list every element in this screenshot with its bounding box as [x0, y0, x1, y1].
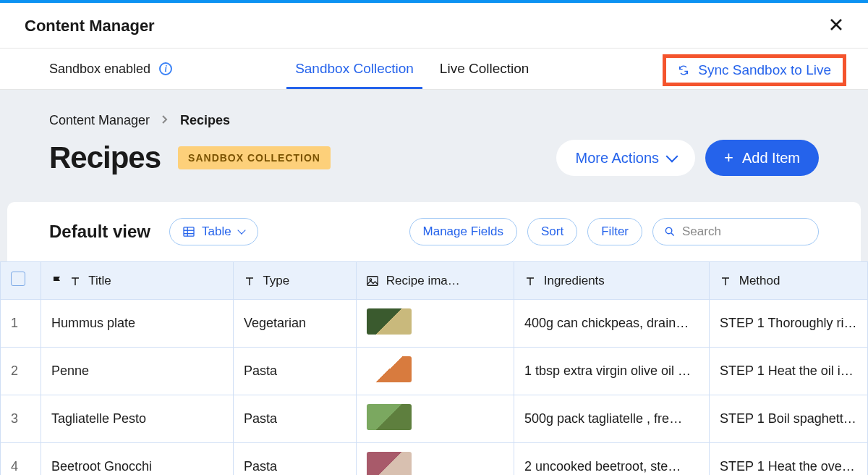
cell-method[interactable]: STEP 1 Boil spaghetti in a: [710, 395, 868, 443]
cell-type[interactable]: Pasta: [234, 348, 357, 395]
column-header-type[interactable]: Type: [234, 262, 357, 300]
view-title: Default view: [49, 222, 150, 242]
header-bar: Content Manager: [0, 3, 868, 49]
more-actions-button[interactable]: More Actions: [556, 140, 695, 176]
sandbox-status-label: Sandbox enabled: [49, 62, 150, 77]
cell-method[interactable]: STEP 1 Heat the oven to: [710, 443, 868, 476]
column-label: Recipe ima…: [386, 274, 460, 287]
cell-title[interactable]: Hummus plate: [41, 300, 234, 348]
cell-image[interactable]: [357, 443, 514, 476]
sandbox-badge: SANDBOX COLLECTION: [178, 146, 331, 169]
thumbnail: [367, 308, 412, 335]
sync-highlight: Sync Sandbox to Live: [663, 54, 846, 86]
column-label: Method: [739, 274, 780, 287]
cell-ingredients[interactable]: 500g pack tagliatelle , fre…: [514, 395, 710, 443]
sync-label: Sync Sandbox to Live: [698, 62, 831, 78]
page-title: Recipes: [49, 140, 161, 175]
table-row[interactable]: 3 Tagliatelle Pesto Pasta 500g pack tagl…: [1, 395, 868, 443]
thumbnail: [367, 452, 412, 475]
manage-fields-button[interactable]: Manage Fields: [409, 218, 518, 245]
view-type-label: Table: [202, 224, 231, 239]
text-icon: [524, 275, 536, 287]
breadcrumb-item[interactable]: Content Manager: [49, 113, 150, 128]
tabs: Sandbox Collection Live Collection: [295, 49, 529, 88]
tab-sandbox-collection[interactable]: Sandbox Collection: [295, 49, 414, 88]
select-all-header[interactable]: [1, 262, 41, 300]
column-label: Ingredients: [544, 274, 605, 287]
flag-icon: [51, 275, 63, 287]
cell-ingredients[interactable]: 400g can chickpeas, drain…: [514, 300, 710, 348]
cell-title[interactable]: Tagliatelle Pesto: [41, 395, 234, 443]
cell-type[interactable]: Vegetarian: [234, 300, 357, 348]
sort-button[interactable]: Sort: [527, 218, 577, 245]
svg-line-5: [671, 233, 674, 236]
view-panel: Default view Table Manage Fields Sort Fi…: [7, 202, 861, 261]
text-icon: [69, 275, 81, 287]
cell-title[interactable]: Beetroot Gnocchi: [41, 443, 234, 476]
plus-icon: +: [724, 148, 733, 167]
sync-icon: [678, 64, 689, 76]
cell-ingredients[interactable]: 1 tbsp extra virgin olive oil …: [514, 348, 710, 395]
svg-point-4: [665, 227, 671, 233]
cell-method[interactable]: STEP 1 Heat the oil in a f: [710, 348, 868, 395]
add-item-button[interactable]: + Add Item: [705, 140, 819, 176]
cell-type[interactable]: Pasta: [234, 395, 357, 443]
column-header-method[interactable]: Method: [710, 262, 868, 300]
row-number: 1: [1, 300, 41, 348]
table-row[interactable]: 1 Hummus plate Vegetarian 400g can chick…: [1, 300, 868, 348]
info-icon[interactable]: i: [159, 62, 172, 75]
cell-title[interactable]: Penne: [41, 348, 234, 395]
svg-rect-6: [367, 277, 378, 285]
image-icon: [367, 275, 378, 287]
page-body: Content Manager Recipes Recipes SANDBOX …: [0, 90, 868, 475]
chevron-down-icon: [237, 226, 245, 234]
table-row[interactable]: 4 Beetroot Gnocchi Pasta 2 uncooked beet…: [1, 443, 868, 476]
add-item-label: Add Item: [742, 150, 800, 167]
row-number: 3: [1, 395, 41, 443]
sandbox-status: Sandbox enabled i: [49, 62, 172, 77]
more-actions-label: More Actions: [575, 150, 659, 167]
thumbnail: [367, 404, 412, 430]
chevron-down-icon: [666, 151, 678, 163]
column-label: Title: [88, 274, 111, 287]
cell-image[interactable]: [357, 348, 514, 395]
chevron-right-icon: [161, 113, 169, 128]
search-box[interactable]: [652, 218, 819, 245]
column-header-ingredients[interactable]: Ingredients: [514, 262, 710, 300]
row-number: 2: [1, 348, 41, 395]
filter-button[interactable]: Filter: [587, 218, 642, 245]
table-row[interactable]: 2 Penne Pasta 1 tbsp extra virgin olive …: [1, 348, 868, 395]
column-header-image[interactable]: Recipe ima…: [357, 262, 514, 300]
row-number: 4: [1, 443, 41, 476]
breadcrumb: Content Manager Recipes: [0, 113, 868, 128]
cell-method[interactable]: STEP 1 Thoroughly rinse: [710, 300, 868, 348]
thumbnail: [367, 356, 412, 382]
breadcrumb-item-current: Recipes: [180, 113, 230, 128]
title-row: Recipes SANDBOX COLLECTION More Actions …: [0, 140, 868, 202]
search-input[interactable]: [682, 224, 807, 239]
table-icon: [183, 227, 195, 237]
cell-ingredients[interactable]: 2 uncooked beetroot, ste…: [514, 443, 710, 476]
close-icon[interactable]: [829, 16, 843, 36]
text-icon: [244, 275, 255, 287]
column-label: Type: [263, 274, 289, 287]
checkbox[interactable]: [11, 272, 25, 286]
tabs-bar: Sandbox enabled i Sandbox Collection Liv…: [0, 49, 868, 90]
tab-live-collection[interactable]: Live Collection: [440, 49, 529, 88]
svg-rect-0: [184, 227, 194, 236]
sync-sandbox-button[interactable]: Sync Sandbox to Live: [678, 62, 831, 78]
column-header-title[interactable]: Title: [41, 262, 234, 300]
text-icon: [720, 275, 731, 287]
data-table: Title Type Recipe ima… Ingredients Metho…: [0, 261, 868, 475]
view-type-dropdown[interactable]: Table: [169, 218, 258, 245]
app-title: Content Manager: [25, 17, 155, 35]
cell-image[interactable]: [357, 395, 514, 443]
search-icon: [665, 226, 675, 238]
cell-image[interactable]: [357, 300, 514, 348]
cell-type[interactable]: Pasta: [234, 443, 357, 476]
